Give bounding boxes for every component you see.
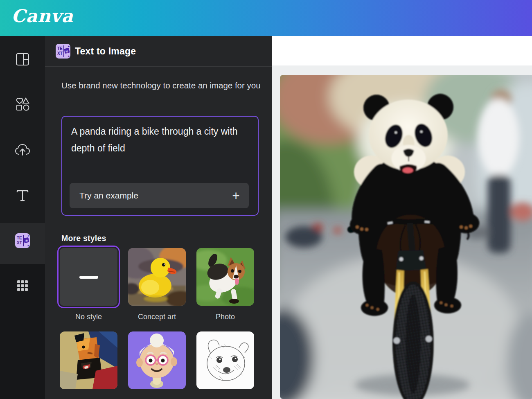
upload-cloud-icon <box>15 144 30 157</box>
no-style-dash-icon <box>79 276 98 279</box>
style-tile-concept-art[interactable] <box>128 248 186 306</box>
apps-grid-icon <box>16 280 29 292</box>
text-to-image-app-icon: TE XT ✳ ✦ ✦ <box>56 44 70 59</box>
3d-character-thumbnail <box>128 331 186 389</box>
styles-row-2 <box>60 331 257 389</box>
rubber-duck-thumbnail <box>128 248 186 306</box>
style-label-no-style: No style <box>60 313 117 321</box>
topbar: Canva <box>0 0 532 36</box>
style-tile-no-style[interactable] <box>60 248 117 306</box>
design-canvas <box>272 36 532 399</box>
style-tile-3d-character[interactable] <box>128 331 186 389</box>
sidebar-item-text-to-image[interactable]: TE XT ✳ ✦ ✦ <box>13 231 32 250</box>
svg-text:TE: TE <box>57 46 63 51</box>
sidebar-item-uploads[interactable] <box>13 140 32 160</box>
corgi-puppy-thumbnail <box>196 248 254 306</box>
svg-text:✦: ✦ <box>27 244 29 247</box>
text-to-image-panel: TE XT ✳ ✦ ✦ Text to Image Use brand new … <box>45 36 272 399</box>
oil-painting-portrait-thumbnail <box>60 331 117 389</box>
sidebar-item-apps[interactable] <box>13 276 32 295</box>
svg-text:✦: ✦ <box>68 55 70 58</box>
style-label-concept-art: Concept art <box>128 313 186 321</box>
try-example-button[interactable]: Try an example + <box>70 183 249 208</box>
try-example-label: Try an example <box>79 191 138 201</box>
svg-text:XT: XT <box>57 51 63 56</box>
svg-text:✦: ✦ <box>27 234 29 237</box>
panel-description: Use brand new technology to create an im… <box>61 79 263 92</box>
style-tile-photo[interactable] <box>196 248 254 306</box>
layout-templates-icon <box>16 53 29 66</box>
prompt-input[interactable]: A panda riding a bike through a city wit… <box>61 116 259 216</box>
canva-app: Canva <box>0 0 532 399</box>
text-to-image-app-icon: TE XT ✳ ✦ ✦ <box>15 233 30 248</box>
sidebar: TE XT ✳ ✦ ✦ <box>0 36 45 399</box>
styles-row-1: No style Concept art Photo <box>60 248 257 306</box>
panel-header: TE XT ✳ ✦ ✦ Text to Image <box>45 36 272 67</box>
canva-logo[interactable]: Canva <box>11 6 73 26</box>
prompt-value: A panda riding a bike through a city wit… <box>71 123 249 157</box>
style-label-photo: Photo <box>196 313 254 321</box>
plus-icon: + <box>232 189 240 202</box>
text-tool-icon <box>16 189 29 203</box>
svg-text:✦: ✦ <box>68 45 70 48</box>
sidebar-item-elements[interactable] <box>13 95 32 114</box>
more-styles-heading: More styles <box>61 234 106 243</box>
generated-panda-image[interactable] <box>280 75 532 399</box>
svg-text:TE: TE <box>17 236 22 240</box>
style-tile-painting[interactable] <box>60 331 117 389</box>
page-title: Text to Image <box>75 46 136 57</box>
sidebar-item-text[interactable] <box>13 186 32 205</box>
svg-text:XT: XT <box>17 241 22 245</box>
style-tile-sketch[interactable] <box>196 331 254 389</box>
pencil-sketch-dog-thumbnail <box>196 331 254 389</box>
design-page-top <box>272 36 532 65</box>
elements-shapes-icon <box>15 97 30 112</box>
sidebar-item-templates[interactable] <box>13 50 32 69</box>
